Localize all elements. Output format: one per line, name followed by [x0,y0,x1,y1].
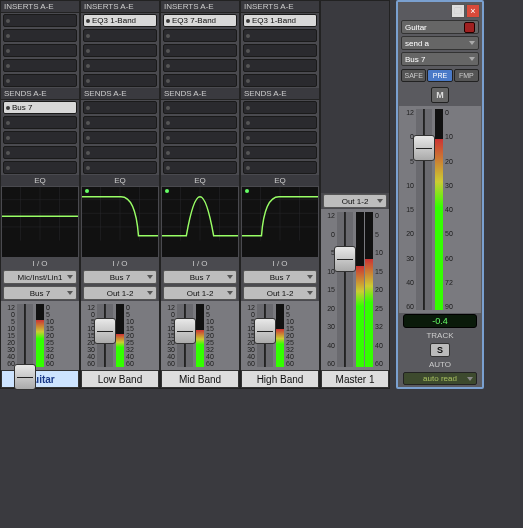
insert-slot[interactable] [83,44,157,57]
send-slot[interactable] [163,161,237,174]
send-slot[interactable] [163,131,237,144]
insert-slot[interactable] [3,14,77,27]
inserts-header: INSERTS A-E [81,1,159,13]
output-selector[interactable]: Out 1-2 [163,286,237,300]
track-selector[interactable]: Guitar [401,20,479,34]
solo-button[interactable]: S [430,343,450,357]
insert-slot[interactable] [163,74,237,87]
send-slot[interactable]: Bus 7 [3,101,77,114]
insert-slot[interactable] [3,29,77,42]
send-selector[interactable]: send a [401,36,479,50]
fader-track[interactable] [97,304,113,367]
master-output-selector[interactable]: Out 1-2 [323,194,387,208]
fader-cap[interactable] [94,318,116,344]
insert-slot[interactable] [83,29,157,42]
send-slot[interactable] [83,131,157,144]
sends-header: SENDS A-E [81,88,159,100]
insert-slot[interactable] [3,59,77,72]
fader-track[interactable] [337,212,353,367]
insert-slot[interactable] [243,74,317,87]
send-slot[interactable] [163,146,237,159]
eq-graph[interactable] [2,187,78,257]
send-slot[interactable] [3,146,77,159]
insert-slot[interactable] [163,29,237,42]
fader-track[interactable] [257,304,273,367]
output-selector[interactable]: Bus 7 [3,286,77,300]
channel-name[interactable]: Master 1 [321,370,389,388]
fader-track[interactable] [177,304,193,367]
eq-label: EQ [161,175,239,186]
safe-button[interactable]: SAFE [401,69,426,82]
channel-strip: INSERTS A-EEQ3 1-BandSENDS A-EEQI / OBus… [80,0,160,389]
input-selector[interactable]: Bus 7 [163,270,237,284]
insert-slot[interactable] [243,44,317,57]
master-strip: Out 1-212051015203040600510152025324060M… [320,0,390,389]
channel-name[interactable]: High Band [241,370,319,388]
inserts-header: INSERTS A-E [241,1,319,13]
fmp-button[interactable]: FMP [454,69,479,82]
fader-cap[interactable] [334,246,356,272]
send-slot[interactable] [243,161,317,174]
track-section-label: TRACK [399,329,481,342]
channel-name[interactable]: Mid Band [161,370,239,388]
inserts-header: INSERTS A-E [1,1,79,13]
sends-header: SENDS A-E [1,88,79,100]
insert-slot[interactable]: EQ3 1-Band [243,14,317,27]
mute-button[interactable]: M [431,87,449,103]
insert-slot[interactable] [83,59,157,72]
level-meter [276,304,284,367]
send-slot[interactable] [243,101,317,114]
insert-slot[interactable] [3,74,77,87]
automation-mode-selector[interactable]: auto read [403,372,477,385]
insert-slot[interactable] [83,74,157,87]
send-bus-selector[interactable]: Bus 7 [401,52,479,66]
channel-name[interactable]: Guitar [1,370,79,388]
record-enable-button[interactable] [464,22,475,33]
level-meter [356,212,364,367]
insert-slot[interactable] [163,44,237,57]
send-slot[interactable] [243,146,317,159]
send-slot[interactable] [3,116,77,129]
send-slot[interactable] [243,116,317,129]
restore-button[interactable]: ❐ [451,4,465,18]
send-slot[interactable] [83,146,157,159]
output-selector[interactable]: Out 1-2 [243,286,317,300]
fader-cap[interactable] [413,135,435,161]
send-slot[interactable] [243,131,317,144]
insert-slot[interactable] [3,44,77,57]
channel-name[interactable]: Low Band [81,370,159,388]
input-selector[interactable]: Bus 7 [243,270,317,284]
send-slot[interactable] [83,161,157,174]
level-meter [36,304,44,367]
fader-track[interactable] [17,304,33,367]
fader-cap[interactable] [174,318,196,344]
insert-slot[interactable] [243,29,317,42]
pre-button[interactable]: PRE [427,69,452,82]
eq-label: EQ [1,175,79,186]
send-slot[interactable] [163,101,237,114]
insert-slot[interactable]: EQ3 7-Band [163,14,237,27]
fader-cap[interactable] [254,318,276,344]
send-slot[interactable] [3,161,77,174]
send-slot[interactable] [83,116,157,129]
channel-strip: INSERTS A-EEQ3 1-BandSENDS A-EEQI / OBus… [240,0,320,389]
insert-slot[interactable]: EQ3 1-Band [83,14,157,27]
close-button[interactable]: × [466,4,480,18]
io-label: I / O [81,258,159,269]
eq-graph[interactable] [82,187,158,257]
fader-track[interactable] [416,109,432,310]
send-slot[interactable] [83,101,157,114]
send-slot[interactable] [3,131,77,144]
narrow-mix-window: ❐ × Guitar send a Bus 7 SAFE PRE FMP M 1… [396,0,484,389]
send-slot[interactable] [163,116,237,129]
insert-slot[interactable] [163,59,237,72]
output-selector[interactable]: Out 1-2 [83,286,157,300]
level-meter [365,212,373,367]
input-selector[interactable]: Mic/Inst/Lin1 [3,270,77,284]
eq-graph[interactable] [242,187,318,257]
insert-slot[interactable] [243,59,317,72]
fader-cap[interactable] [14,364,36,390]
input-selector[interactable]: Bus 7 [83,270,157,284]
eq-graph[interactable] [162,187,238,257]
level-meter [435,109,443,310]
